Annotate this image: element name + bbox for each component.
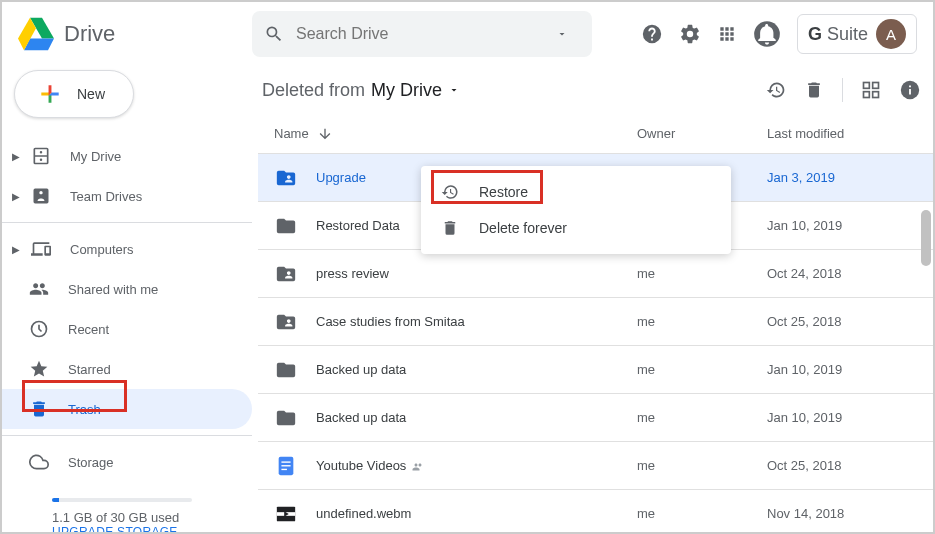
svg-rect-5	[873, 92, 879, 98]
expand-icon: ▶	[12, 191, 26, 202]
folder-icon	[274, 406, 298, 430]
sidebar-label: Trash	[68, 402, 101, 417]
sidebar-item-storage[interactable]: Storage	[2, 442, 252, 482]
file-owner: me	[637, 458, 767, 473]
drive-title: Drive	[64, 21, 115, 47]
file-name: Youtube Videos	[316, 458, 637, 473]
file-modified: Jan 10, 2019	[767, 362, 917, 377]
file-list: Upgrade me Jan 3, 2019 Restored Data me …	[258, 154, 933, 532]
toolbar: Deleted from My Drive	[258, 66, 933, 114]
search-bar[interactable]	[252, 11, 592, 57]
computers-icon	[30, 238, 52, 260]
storage-bar	[52, 498, 192, 502]
file-name: Case studies from Smitaa	[316, 314, 637, 329]
help-icon[interactable]	[641, 23, 663, 45]
context-menu: Restore Delete forever	[421, 166, 731, 254]
expand-icon: ▶	[12, 244, 26, 255]
gsuite-label: G G SuiteSuite	[808, 24, 868, 45]
team-drives-icon	[30, 185, 52, 207]
menu-restore[interactable]: Restore	[421, 174, 731, 210]
sidebar-item-starred[interactable]: Starred	[2, 349, 252, 389]
sidebar-item-recent[interactable]: Recent	[2, 309, 252, 349]
file-name: undefined.webm	[316, 506, 637, 521]
menu-label: Restore	[479, 184, 528, 200]
file-owner: me	[637, 314, 767, 329]
col-modified-header[interactable]: Last modified	[767, 126, 917, 141]
file-row[interactable]: Backed up data me Jan 10, 2019	[258, 394, 933, 442]
scrollbar[interactable]	[921, 210, 931, 266]
sidebar-item-computers[interactable]: ▶ Computers	[2, 229, 252, 269]
dropdown-icon	[448, 84, 460, 96]
table-header: Name Owner Last modified	[258, 114, 933, 154]
apps-icon[interactable]	[717, 24, 737, 44]
file-row[interactable]: Backed up data me Jan 10, 2019	[258, 346, 933, 394]
file-owner: me	[637, 266, 767, 281]
upgrade-storage-link[interactable]: UPGRADE STORAGE	[52, 525, 252, 534]
sidebar-label: Computers	[70, 242, 134, 257]
delete-icon[interactable]	[804, 80, 824, 100]
new-button[interactable]: New	[14, 70, 134, 118]
sort-arrow-icon	[317, 126, 333, 142]
sidebar-item-shared[interactable]: Shared with me	[2, 269, 252, 309]
header: Drive G G SuiteSuite A	[2, 2, 933, 66]
file-modified: Oct 25, 2018	[767, 314, 917, 329]
dropdown-icon[interactable]	[556, 28, 568, 40]
folder-shared-icon	[274, 310, 298, 334]
file-modified: Nov 14, 2018	[767, 506, 917, 521]
file-row[interactable]: Case studies from Smitaa me Oct 25, 2018	[258, 298, 933, 346]
file-row[interactable]: undefined.webm me Nov 14, 2018	[258, 490, 933, 532]
file-name: press review	[316, 266, 637, 281]
trash-icon	[28, 398, 50, 420]
logo-area[interactable]: Drive	[18, 16, 252, 52]
storage-icon	[28, 451, 50, 473]
file-modified: Jan 10, 2019	[767, 218, 917, 233]
search-input[interactable]	[296, 25, 556, 43]
info-icon[interactable]	[899, 79, 921, 101]
starred-icon	[28, 358, 50, 380]
sidebar-label: Recent	[68, 322, 109, 337]
file-modified: Oct 25, 2018	[767, 458, 917, 473]
sidebar-item-trash[interactable]: Trash	[2, 389, 252, 429]
svg-rect-10	[281, 468, 287, 469]
video-icon	[274, 502, 298, 526]
sidebar-item-team-drives[interactable]: ▶ Team Drives	[2, 176, 252, 216]
drive-logo-icon	[18, 16, 54, 52]
sidebar-label: My Drive	[70, 149, 121, 164]
svg-rect-4	[864, 92, 870, 98]
new-label: New	[77, 86, 105, 102]
grid-view-icon[interactable]	[861, 80, 881, 100]
my-drive-icon	[30, 145, 52, 167]
file-owner: me	[637, 362, 767, 377]
col-owner-header[interactable]: Owner	[637, 126, 767, 141]
docs-icon	[274, 454, 298, 478]
file-modified: Jan 3, 2019	[767, 170, 917, 185]
svg-rect-9	[281, 465, 290, 466]
gsuite-badge[interactable]: G G SuiteSuite A	[797, 14, 917, 54]
col-name-header[interactable]: Name	[274, 126, 637, 142]
sidebar-item-my-drive[interactable]: ▶ My Drive	[2, 136, 252, 176]
notifications-icon[interactable]	[753, 20, 781, 48]
sidebar-label: Shared with me	[68, 282, 158, 297]
file-name: Backed up data	[316, 410, 637, 425]
breadcrumb-location: My Drive	[371, 80, 442, 101]
header-icons: G G SuiteSuite A	[641, 14, 917, 54]
recent-icon	[28, 318, 50, 340]
shared-icon	[28, 278, 50, 300]
menu-delete-forever[interactable]: Delete forever	[421, 210, 731, 246]
svg-rect-8	[281, 461, 290, 462]
folder-shared-icon	[274, 262, 298, 286]
file-row[interactable]: press review me Oct 24, 2018	[258, 250, 933, 298]
restore-icon[interactable]	[766, 80, 786, 100]
file-owner: me	[637, 506, 767, 521]
file-row[interactable]: Youtube Videos me Oct 25, 2018	[258, 442, 933, 490]
folder-icon	[274, 358, 298, 382]
file-modified: Oct 24, 2018	[767, 266, 917, 281]
restore-icon	[441, 183, 461, 201]
settings-icon[interactable]	[679, 23, 701, 45]
toolbar-icons	[766, 78, 921, 102]
plus-icon	[37, 81, 63, 107]
breadcrumb[interactable]: Deleted from My Drive	[262, 80, 460, 101]
svg-rect-3	[873, 83, 879, 89]
avatar[interactable]: A	[876, 19, 906, 49]
sidebar-label: Starred	[68, 362, 111, 377]
